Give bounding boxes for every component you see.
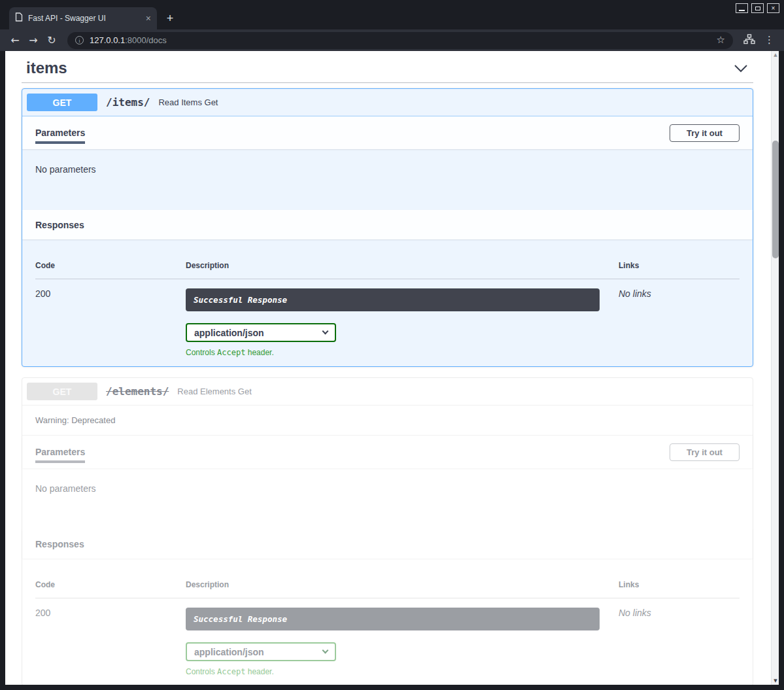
window-controls: × (736, 3, 779, 13)
response-code: 200 (35, 608, 186, 676)
responses-header: Responses (22, 210, 753, 239)
operation-summary[interactable]: GET /elements/ Read Elements Get (22, 378, 753, 405)
section-title: items (26, 59, 67, 77)
reload-button[interactable]: ↻ (43, 35, 61, 46)
no-parameters-text: No parameters (35, 483, 96, 494)
reload-icon: ↻ (47, 34, 56, 46)
media-type-select[interactable]: application/json (186, 323, 336, 342)
tab-strip: Fast API - Swagger UI × + × (0, 0, 784, 29)
swagger-content: items GET /items/ Read Items Get Paramet… (5, 51, 779, 685)
responses-body: Code Description Links 200 Successful Re… (22, 239, 753, 366)
method-badge: GET (27, 383, 97, 400)
deprecated-warning: Warning: Deprecated (22, 405, 753, 436)
responses-title: Responses (35, 220, 84, 230)
media-type-value: application/json (194, 647, 264, 657)
response-links: No links (619, 288, 740, 357)
note-suffix: header. (245, 348, 273, 357)
back-icon: ← (10, 34, 19, 46)
parameters-body: No parameters (22, 468, 753, 529)
code-column-header: Code (35, 580, 186, 589)
responses-table-header: Code Description Links (35, 261, 740, 279)
response-code: 200 (35, 288, 186, 357)
accept-header-note: Controls Accept header. (186, 348, 619, 357)
method-badge: GET (27, 94, 97, 111)
operation-summary-text: Read Elements Get (177, 387, 251, 396)
response-description: Successful Response (186, 288, 600, 311)
operation-summary[interactable]: GET /items/ Read Items Get (22, 89, 753, 116)
responses-title: Responses (35, 539, 84, 549)
try-it-out-button[interactable]: Try it out (670, 124, 740, 142)
browser-menu-button[interactable]: ⋮ (764, 35, 774, 45)
note-code: Accept (217, 348, 245, 357)
parameters-header: Parameters Try it out (22, 116, 753, 149)
browser-toolbar: ← → ↻ i 127.0.0.1:8000/docs ☆ ⋮ (0, 29, 784, 51)
response-description-cell: Successful Response application/json Con… (186, 608, 619, 676)
responses-table-header: Code Description Links (35, 580, 740, 598)
links-column-header: Links (619, 580, 740, 589)
vertical-scrollbar[interactable]: ▲ ▼ (771, 51, 779, 685)
code-column-header: Code (35, 261, 186, 270)
url-text: 127.0.0.1:8000/docs (90, 35, 711, 45)
tab-title: Fast API - Swagger UI (28, 14, 141, 23)
scroll-down-button[interactable]: ▼ (772, 677, 779, 685)
minimize-icon (739, 10, 745, 11)
kebab-menu-icon: ⋮ (764, 34, 774, 46)
browser-tab[interactable]: Fast API - Swagger UI × (9, 7, 157, 29)
select-chevron-icon (322, 328, 329, 335)
note-prefix: Controls (186, 667, 217, 676)
try-it-out-button[interactable]: Try it out (670, 443, 740, 461)
scroll-up-icon: ▲ (774, 52, 777, 58)
new-tab-button[interactable]: + (161, 9, 179, 27)
responses-body: Code Description Links 200 Successful Re… (22, 559, 753, 685)
response-description: Successful Response (186, 608, 600, 630)
select-chevron-icon (322, 647, 329, 654)
maximize-icon (755, 7, 760, 10)
response-links: No links (619, 608, 740, 676)
toolbar-right: ⋮ (740, 34, 778, 47)
sitemap-icon[interactable] (743, 34, 755, 47)
minimize-button[interactable] (736, 3, 748, 13)
plus-icon: + (167, 12, 174, 26)
note-code: Accept (217, 667, 245, 676)
scrollbar-thumb[interactable] (772, 141, 779, 258)
browser-window: Fast API - Swagger UI × + × ← → ↻ i 127.… (0, 0, 784, 690)
star-icon: ☆ (717, 34, 725, 46)
links-column-header: Links (619, 261, 740, 270)
opblock-get-elements-deprecated: GET /elements/ Read Elements Get Warning… (22, 377, 753, 685)
response-description-cell: Successful Response application/json Con… (186, 288, 619, 357)
address-bar[interactable]: i 127.0.0.1:8000/docs ☆ (67, 32, 733, 49)
back-button[interactable]: ← (6, 35, 24, 46)
parameters-title: Parameters (35, 128, 85, 138)
close-icon: × (772, 5, 775, 12)
forward-button[interactable]: → (24, 35, 43, 46)
close-button[interactable]: × (767, 3, 779, 13)
url-path: :8000/docs (125, 35, 167, 45)
description-column-header: Description (186, 261, 619, 270)
scroll-down-icon: ▼ (774, 678, 777, 683)
maximize-button[interactable] (751, 3, 764, 13)
opblock-get-items: GET /items/ Read Items Get Parameters Tr… (22, 88, 753, 367)
parameters-title: Parameters (35, 447, 85, 457)
parameters-header: Parameters Try it out (22, 436, 753, 468)
operation-summary-text: Read Items Get (158, 97, 218, 107)
operation-path: /items/ (106, 96, 150, 109)
note-prefix: Controls (186, 348, 217, 357)
site-info-icon[interactable]: i (75, 36, 84, 44)
bookmark-star-button[interactable]: ☆ (717, 35, 725, 45)
operation-path: /elements/ (106, 385, 169, 398)
chevron-down-icon[interactable] (734, 64, 748, 73)
responses-header: Responses (22, 529, 753, 559)
section-items-header[interactable]: items (22, 51, 753, 83)
response-row: 200 Successful Response application/json… (35, 279, 740, 357)
tab-close-icon[interactable]: × (146, 14, 151, 23)
url-host: 127.0.0.1 (90, 35, 125, 45)
parameters-body: No parameters (22, 149, 753, 210)
no-parameters-text: No parameters (35, 164, 96, 175)
media-type-select[interactable]: application/json (186, 642, 336, 661)
accept-header-note: Controls Accept header. (186, 667, 619, 676)
media-type-value: application/json (194, 328, 264, 338)
note-suffix: header. (245, 667, 273, 676)
page-viewport: items GET /items/ Read Items Get Paramet… (5, 51, 779, 685)
scroll-up-button[interactable]: ▲ (772, 51, 779, 59)
page-favicon-icon (15, 12, 23, 24)
